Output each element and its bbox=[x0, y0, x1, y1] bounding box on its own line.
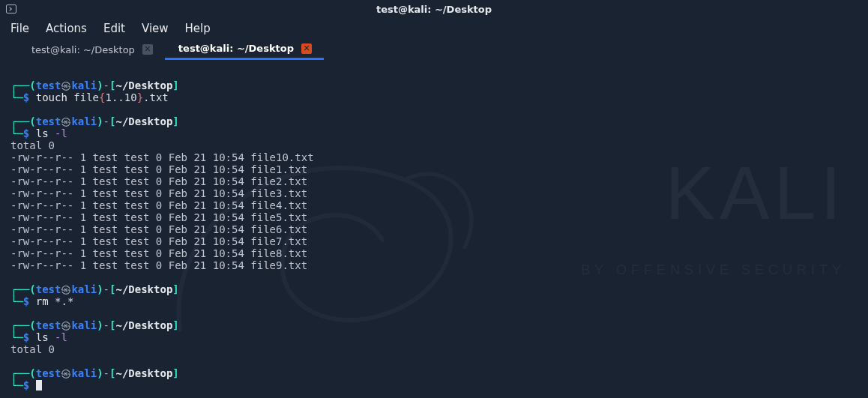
prompt-bracket: ] bbox=[172, 115, 178, 127]
list-item: -rw-r--r-- 1 test test 0 Feb 21 10:54 fi… bbox=[10, 163, 307, 175]
tab-label: test@kali: ~/Desktop bbox=[31, 44, 135, 55]
text-cursor bbox=[36, 380, 42, 391]
prompt-user: test bbox=[36, 319, 61, 331]
menu-help[interactable]: Help bbox=[185, 22, 211, 35]
prompt-dash: - bbox=[103, 115, 109, 127]
prompt-host: kali bbox=[71, 79, 97, 91]
list-item: -rw-r--r-- 1 test test 0 Feb 21 10:54 fi… bbox=[10, 211, 307, 223]
menu-file[interactable]: File bbox=[10, 22, 29, 35]
cmd-ls: ls bbox=[36, 127, 49, 139]
prompt-user: test bbox=[36, 79, 61, 91]
list-item: -rw-r--r-- 1 test test 0 Feb 21 10:54 fi… bbox=[10, 151, 314, 163]
prompt-dash: - bbox=[103, 283, 109, 295]
tab-bar: test@kali: ~/Desktop ✕ test@kali: ~/Desk… bbox=[0, 39, 868, 60]
prompt-decor: ┌──( bbox=[10, 115, 36, 127]
menu-view[interactable]: View bbox=[142, 22, 169, 35]
prompt-path: ~/Desktop bbox=[115, 79, 172, 91]
prompt-bracket: ] bbox=[172, 319, 178, 331]
brace: } bbox=[137, 91, 143, 103]
list-item: -rw-r--r-- 1 test test 0 Feb 21 10:54 fi… bbox=[10, 259, 307, 271]
prompt-path: ~/Desktop bbox=[115, 283, 172, 295]
prompt-at: ㉿ bbox=[61, 283, 71, 295]
prompt-decor: ) bbox=[97, 115, 103, 127]
terminal-output[interactable]: ┌──(test㉿kali)-[~/Desktop] └─$ touch fil… bbox=[0, 60, 868, 391]
cmd-args: *.* bbox=[49, 295, 74, 307]
prompt-decor: ┌──( bbox=[10, 283, 36, 295]
list-item: -rw-r--r-- 1 test test 0 Feb 21 10:54 fi… bbox=[10, 199, 307, 211]
prompt-at: ㉿ bbox=[61, 79, 71, 91]
cmd-args: 1..10 bbox=[105, 91, 136, 103]
prompt-decor: └─ bbox=[10, 127, 23, 139]
list-item: -rw-r--r-- 1 test test 0 Feb 21 10:54 fi… bbox=[10, 235, 307, 247]
prompt-decor: └─ bbox=[10, 295, 23, 307]
cmd-rm: rm bbox=[36, 295, 49, 307]
prompt-decor: └─ bbox=[10, 379, 23, 391]
prompt-host: kali bbox=[71, 367, 97, 379]
prompt-user: test bbox=[36, 283, 61, 295]
prompt-at: ㉿ bbox=[61, 319, 71, 331]
prompt-at: ㉿ bbox=[61, 115, 71, 127]
prompt-host: kali bbox=[71, 319, 97, 331]
prompt-decor: ┌──( bbox=[10, 367, 36, 379]
close-icon[interactable]: ✕ bbox=[301, 43, 312, 54]
prompt-decor: ) bbox=[97, 79, 103, 91]
close-icon[interactable]: ✕ bbox=[142, 44, 153, 55]
prompt-user: test bbox=[36, 115, 61, 127]
prompt-decor: └─ bbox=[10, 331, 23, 343]
list-item: -rw-r--r-- 1 test test 0 Feb 21 10:54 fi… bbox=[10, 247, 307, 259]
window-title: test@kali: ~/Desktop bbox=[376, 4, 492, 15]
menu-edit[interactable]: Edit bbox=[103, 22, 125, 35]
cmd-touch: touch bbox=[36, 91, 67, 103]
prompt-bracket: ] bbox=[172, 79, 178, 91]
list-item: -rw-r--r-- 1 test test 0 Feb 21 10:54 fi… bbox=[10, 187, 307, 199]
prompt-decor: ) bbox=[97, 367, 103, 379]
prompt-dollar: $ bbox=[23, 127, 29, 139]
prompt-bracket: ] bbox=[172, 283, 178, 295]
prompt-dash: - bbox=[103, 367, 109, 379]
prompt-path: ~/Desktop bbox=[115, 115, 172, 127]
output-total2: total 0 bbox=[10, 343, 55, 355]
cmd-args: .txt bbox=[143, 91, 169, 103]
prompt-dash: - bbox=[103, 319, 109, 331]
prompt-decor: └─ bbox=[10, 91, 23, 103]
terminal-icon bbox=[6, 4, 16, 13]
prompt-host: kali bbox=[71, 283, 97, 295]
prompt-decor: ) bbox=[97, 283, 103, 295]
output-total: total 0 bbox=[10, 139, 55, 151]
menu-actions[interactable]: Actions bbox=[46, 22, 87, 35]
list-item: -rw-r--r-- 1 test test 0 Feb 21 10:54 fi… bbox=[10, 223, 307, 235]
prompt-dollar: $ bbox=[23, 379, 29, 391]
prompt-at: ㉿ bbox=[61, 367, 71, 379]
cmd-args: -l bbox=[49, 331, 67, 343]
menu-bar: File Actions Edit View Help bbox=[0, 18, 868, 39]
prompt-bracket: ] bbox=[172, 367, 178, 379]
prompt-dollar: $ bbox=[23, 331, 29, 343]
list-item: -rw-r--r-- 1 test test 0 Feb 21 10:54 fi… bbox=[10, 175, 307, 187]
cmd-ls: ls bbox=[36, 331, 49, 343]
prompt-dollar: $ bbox=[23, 295, 29, 307]
cmd-args: file bbox=[67, 91, 99, 103]
prompt-decor: ┌──( bbox=[10, 319, 36, 331]
tab-active[interactable]: test@kali: ~/Desktop ✕ bbox=[165, 39, 324, 60]
prompt-dollar: $ bbox=[23, 91, 29, 103]
prompt-path: ~/Desktop bbox=[115, 367, 172, 379]
cmd-args: -l bbox=[49, 127, 67, 139]
tab-label: test@kali: ~/Desktop bbox=[178, 43, 294, 54]
prompt-decor: ) bbox=[97, 319, 103, 331]
prompt-decor: ┌──( bbox=[10, 79, 36, 91]
tab-inactive[interactable]: test@kali: ~/Desktop ✕ bbox=[18, 39, 165, 60]
prompt-path: ~/Desktop bbox=[115, 319, 172, 331]
prompt-host: kali bbox=[71, 115, 97, 127]
window-titlebar: test@kali: ~/Desktop bbox=[0, 0, 868, 18]
prompt-dash: - bbox=[103, 79, 109, 91]
prompt-user: test bbox=[36, 367, 61, 379]
